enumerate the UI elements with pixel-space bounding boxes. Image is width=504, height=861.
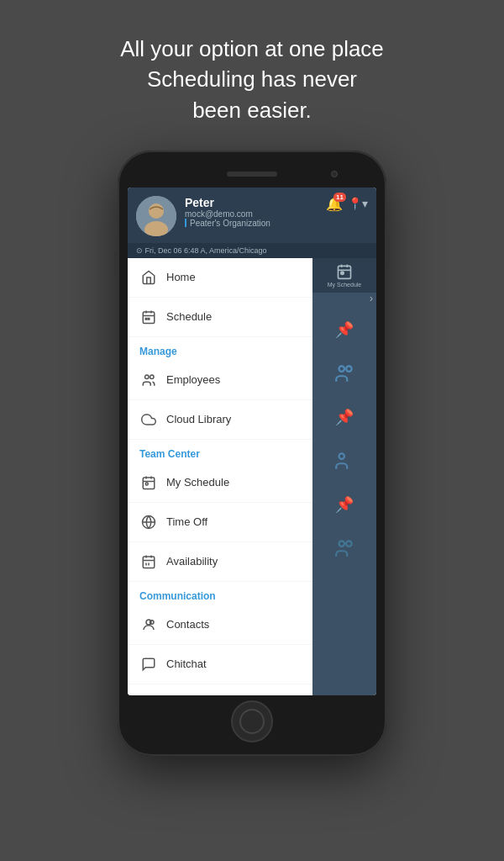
team-center-section-header: Team Center [128,440,312,463]
home-icon [139,268,158,287]
svg-point-35 [339,541,345,547]
drawer-item-employees[interactable]: Employees [128,361,312,400]
schedule-label: Schedule [166,310,212,323]
my-schedule-panel-label: My Schedule [328,282,361,288]
svg-rect-9 [148,318,150,320]
right-arrow-icon: › [370,293,373,304]
phone-speaker [227,172,277,177]
user-info: Peter mock@demo.com Peater's Organizatio… [185,196,321,228]
pin-item-5: 📌 [329,489,360,520]
user-name: Peter [185,196,321,209]
notification-badge: 11 [333,193,346,202]
contacts-label: Contacts [166,618,209,631]
drawer-item-my-schedule[interactable]: My Schedule [128,463,312,503]
phone-device: Peter mock@demo.com Peater's Organizatio… [118,151,386,756]
svg-rect-12 [143,478,155,489]
svg-point-34 [339,453,345,459]
phone-screen: Peter mock@demo.com Peater's Organizatio… [128,188,376,696]
cloud-library-label: Cloud Library [166,413,231,425]
location-icon[interactable]: 📍▾ [348,197,368,210]
pin-item-1: 📌 [329,314,360,345]
side-drawer: Home Schedule M [128,258,312,696]
time-off-label: Time Off [166,515,207,528]
headline-line2: Scheduling has never [147,66,357,92]
drawer-item-chitchat[interactable]: Chitchat [128,645,312,684]
svg-point-33 [346,366,352,372]
phone-top-bar [124,164,380,183]
employees-label: Employees [166,373,220,386]
manage-section-header: Manage [128,337,312,361]
date-bar: ⊙ Fri, Dec 06 6:48 A, America/Chicago [128,243,376,258]
chitchat-label: Chitchat [166,658,207,670]
home-label: Home [166,271,196,283]
drawer-item-availability[interactable]: Availability [128,542,312,582]
schedule-icon [139,308,158,326]
headline-line1: All your option at one place [120,36,384,61]
user-org: Peater's Organization [185,219,321,228]
svg-point-28 [341,272,344,274]
communication-section-header: Communication [128,582,312,605]
app-header: Peter mock@demo.com Peater's Organizatio… [128,188,376,243]
pin-item-2 [329,358,360,388]
drawer-item-home[interactable]: Home [128,258,312,298]
drawer-item-contacts[interactable]: Contacts [128,605,312,645]
svg-point-10 [145,375,150,379]
right-panel: My Schedule › 📌 📌 [312,258,376,696]
my-schedule-icon [139,473,158,492]
svg-point-36 [346,541,352,547]
headline: All your option at one place Scheduling … [70,0,434,151]
notification-icon[interactable]: 🔔 11 [326,196,343,212]
home-button-inner [239,709,265,734]
header-icons: 🔔 11 📍▾ [326,196,368,212]
volume-button [386,235,390,268]
pin-item-3: 📌 [329,402,360,432]
employees-icon [139,371,158,389]
svg-rect-27 [339,266,351,278]
power-button [114,251,118,277]
time-off-icon [139,513,158,531]
phone-bottom-nav [124,700,380,742]
svg-point-32 [339,366,345,372]
contacts-icon [139,615,158,634]
content-area: Home Schedule M [128,258,376,696]
availability-icon [139,552,158,571]
svg-rect-8 [145,318,147,320]
phone-camera [331,171,338,177]
drawer-item-time-off[interactable]: Time Off [128,503,312,542]
avatar [136,196,176,236]
availability-label: Availability [166,555,218,568]
chitchat-icon [139,655,158,673]
my-schedule-label: My Schedule [166,476,229,489]
drawer-item-cloud-library[interactable]: Cloud Library [128,400,312,440]
home-button[interactable] [231,700,273,742]
my-schedule-panel-icon[interactable]: My Schedule [328,263,361,288]
pin-item-6 [329,533,360,563]
right-panel-top: My Schedule [312,258,376,293]
svg-point-13 [145,483,148,485]
user-email: mock@demo.com [185,209,321,219]
drawer-item-schedule[interactable]: Schedule [128,298,312,337]
svg-rect-19 [143,557,155,568]
headline-line3: been easier. [192,98,312,123]
date-text: ⊙ Fri, Dec 06 6:48 A, America/Chicago [136,246,267,255]
pin-item-4 [329,446,360,476]
cloud-library-icon [139,410,158,429]
svg-point-11 [150,375,155,379]
